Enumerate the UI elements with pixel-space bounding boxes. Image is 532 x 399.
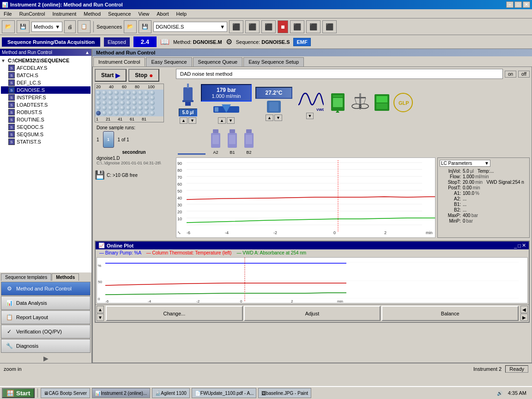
vial-dot-44[interactable] [120,111,125,115]
menu-abort[interactable]: Abort [155,11,170,17]
temp-display-group[interactable]: 27.2°C ▲ ▼ [255,87,292,121]
vial-dot-33[interactable] [114,106,119,110]
vial-dot-13[interactable] [114,96,119,100]
plot-close-btn[interactable]: ✕ [522,242,526,248]
menu-runcontrol[interactable]: RunControl [18,11,47,17]
vial-dot-4[interactable] [120,91,125,95]
taskbar-fwupdate[interactable]: 📄 FWUpdate_1100.pdf - A... [192,388,256,398]
temp-btn1[interactable]: ▲ [266,115,273,121]
green-box-icon[interactable] [373,92,391,113]
tab-sequence-queue[interactable]: Sequence Queue [193,57,243,66]
expand-arrow[interactable]: ▶ [0,354,91,363]
tree-item-batch[interactable]: S BATCH.S [1,72,91,79]
menu-view[interactable]: View [137,11,151,17]
vial-dot-43[interactable] [114,111,119,115]
toolbar-copy-btn[interactable]: 📋 [78,20,91,33]
on-button[interactable]: on [505,71,516,78]
vial-dot-19[interactable] [150,96,155,100]
vial-dot-30[interactable] [96,106,101,110]
pump-display-group[interactable]: 179 bar 1.000 ml/min ▲ ▼ [201,84,252,124]
pump-btn1[interactable]: ▲ [218,117,226,124]
vial-dot-47[interactable] [138,111,143,115]
vial-dot-16[interactable] [132,96,137,100]
vial-dot-21[interactable] [102,101,107,105]
toolbar-save-btn[interactable]: 💾 [17,20,30,33]
menu-method[interactable]: Method [82,11,103,17]
bottle-b2[interactable]: B2 [242,129,255,155]
lc-params-dropdown[interactable]: LC Parameters ▼ [440,160,490,167]
vwd-btn[interactable]: ▼ [306,113,314,119]
vial-dot-10[interactable] [96,96,101,100]
vial-dot-15[interactable] [126,96,131,100]
vial-dot-38[interactable] [144,106,149,110]
vial-dot-35[interactable] [126,106,131,110]
vial-dot-42[interactable] [108,111,113,115]
vial-dot-20[interactable] [96,101,101,105]
stop-button[interactable]: Stop ● [128,69,159,82]
nav-diagnosis[interactable]: 🔧 Diagnosis [1,339,91,353]
off-button[interactable]: off [518,71,530,78]
vial-dot-17[interactable] [138,96,143,100]
tree-item-seqdoc[interactable]: S SEQDOC.S [1,123,91,131]
adjust-button[interactable]: Adjust [244,306,381,321]
vial-dot-48[interactable] [144,111,149,115]
toolbar-icon1-btn[interactable]: ⬛ [229,20,243,33]
vial-dot-32[interactable] [108,106,113,110]
vial-dot-8[interactable] [144,91,149,95]
vial-dot-1[interactable] [102,91,107,95]
menu-file[interactable]: File [2,11,14,17]
vial-dot-12[interactable] [108,96,113,100]
vial-dot-26[interactable] [132,101,137,105]
injector-up-btn[interactable]: ▲ [180,117,187,124]
start-button[interactable]: Start ▶ [95,69,127,82]
menu-instrument[interactable]: Instrument [50,11,78,17]
toolbar-seq-open-btn[interactable]: 📂 [124,20,137,33]
vial-dot-7[interactable] [138,91,143,95]
methods-dropdown[interactable]: Methods ▼ [31,22,62,32]
vial-dot-9[interactable] [150,91,155,95]
vial-dot-25[interactable] [126,101,131,105]
taskbar-cag[interactable]: 🖥 CAG Bootp Server [41,388,90,398]
vial-dot-5[interactable] [126,91,131,95]
plot-minimize-btn[interactable]: _ [514,243,517,248]
tree-item-instperf[interactable]: S INSTPERF.S [1,94,91,101]
toolbar-icon5-btn[interactable]: ⬛ [290,20,304,33]
column-green-icon[interactable] [327,92,348,115]
tab-methods[interactable]: Methods [52,273,79,281]
tree-item-routine[interactable]: S ROUTINE.S [1,116,91,123]
vial-dot-39[interactable] [150,106,155,110]
toolbar-icon6-btn[interactable]: ⬛ [306,20,320,33]
tree-item-seqsum[interactable]: S SEQSUM.S [1,131,91,138]
toolbar-icon3-btn[interactable]: ⬛ [261,20,276,33]
plot-maximize-btn[interactable]: □ [518,243,521,248]
vial-dot-49[interactable] [150,111,155,115]
vial-dot-46[interactable] [132,111,137,115]
toolbar-icon4-btn[interactable]: ■ [278,20,288,33]
toolbar-icon7-btn[interactable]: ⬛ [322,20,337,33]
vial-dot-6[interactable] [132,91,137,95]
vial-dot-36[interactable] [132,106,137,110]
vial-dot-41[interactable] [102,111,107,115]
vial-dot-24[interactable] [120,101,125,105]
toolbar-print-btn[interactable]: 🖨 [64,20,76,33]
minimize-button[interactable]: − [506,1,514,8]
vial-dot-37[interactable] [138,106,143,110]
maximize-button[interactable]: □ [514,1,522,8]
tab-easy-sequence-setup[interactable]: Easy Sequence Setup [243,57,304,66]
balance-icon[interactable] [350,92,371,115]
nav-data-analysis[interactable]: 📊 Data Analysis [1,296,91,310]
toolbar-open-btn[interactable]: 📂 [2,20,15,33]
vial-dot-0[interactable] [96,91,101,95]
vial-dot-28[interactable] [144,101,149,105]
injector-display[interactable]: 5.0 µl ▲ ▼ [179,84,197,124]
bottle-b1[interactable]: B1 [226,129,239,155]
scroll-down-btn[interactable]: ▼ [97,314,104,321]
toolbar-icon2-btn[interactable]: ⬛ [245,20,260,33]
nav-method-run-control[interactable]: ⚙ Method and Run Control [1,282,91,296]
bottle-a1[interactable]: A2 [209,129,222,155]
vial-dot-14[interactable] [120,96,125,100]
vial-dot-34[interactable] [120,106,125,110]
taskbar-instrument2[interactable]: 📊 Instrument 2 (online)... [92,388,150,398]
tree-item-loadtest[interactable]: S LOADTEST.S [1,101,91,109]
glp-icon[interactable]: GLP [393,92,414,113]
